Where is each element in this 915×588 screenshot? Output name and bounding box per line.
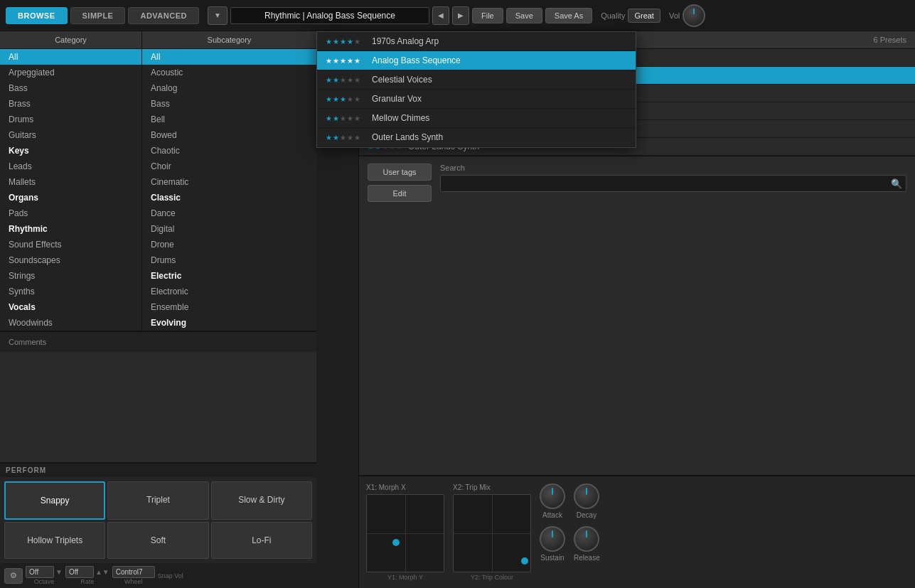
xy-pad-1[interactable] <box>366 494 444 572</box>
perform-btn[interactable]: Slow & Dirty <box>211 481 312 520</box>
tab-browse[interactable]: BROWSE <box>6 7 68 24</box>
subcategory-item[interactable]: Bell <box>142 112 316 127</box>
category-item[interactable]: Pads <box>0 205 141 221</box>
perform-grid: SnappyTripletSlow & DirtyHollow Triplets… <box>0 477 316 563</box>
dropdown-item[interactable]: ★★★★★Granular Vox <box>317 90 636 109</box>
save-btn[interactable]: Save <box>506 8 542 23</box>
category-item[interactable]: Woodwinds <box>0 315 141 331</box>
decay-knob-row: Decay <box>574 483 599 519</box>
subcategory-item[interactable]: Dance <box>142 205 316 221</box>
subcategory-item[interactable]: Chaotic <box>142 143 316 159</box>
category-item[interactable]: Sound Effects <box>0 237 141 252</box>
subcategory-item[interactable]: Ensemble <box>142 299 316 315</box>
category-item[interactable]: Rhythmic <box>0 221 141 237</box>
tab-advanced[interactable]: ADVANCED <box>128 7 199 24</box>
rate-label: Rate <box>80 578 94 585</box>
dropdown-stars: ★★★★★ <box>326 57 360 65</box>
category-item[interactable]: Guitars <box>0 127 141 143</box>
attack-label: Attack <box>542 511 562 519</box>
category-item[interactable]: Synths <box>0 284 141 299</box>
subcategory-item[interactable]: Electronic <box>142 284 316 299</box>
category-item[interactable]: Strings <box>0 268 141 284</box>
snap-label: Snap Vol <box>158 572 183 579</box>
comments-section: Comments <box>0 331 316 352</box>
dropdown-item-name: Analog Bass Sequence <box>372 55 461 65</box>
subcategory-item[interactable]: Analog <box>142 80 316 96</box>
subcategory-item[interactable]: Electric <box>142 268 316 284</box>
preset-nav: ▼ Rhythmic | Analog Bass Sequence ◀ ▶ <box>208 6 469 25</box>
dropdown-arrow-btn[interactable]: ▼ <box>208 6 228 25</box>
dropdown-item[interactable]: ★★★★★Celestial Voices <box>317 70 636 90</box>
sustain-knob[interactable] <box>540 526 565 552</box>
subcategory-item[interactable]: Drone <box>142 237 316 252</box>
tab-simple[interactable]: SIMPLE <box>70 7 126 24</box>
dropdown-item[interactable]: ★★★★★1970s Analog Arp <box>317 32 636 51</box>
dropdown-overlay: ★★★★★1970s Analog Arp★★★★★Analog Bass Se… <box>316 31 636 148</box>
subcategory-item[interactable]: Cinematic <box>142 174 316 190</box>
category-item[interactable]: Vocals <box>0 299 141 315</box>
category-item[interactable]: Leads <box>0 159 141 174</box>
subcategory-item[interactable]: Drums <box>142 252 316 268</box>
category-item[interactable]: Keys <box>0 143 141 159</box>
dropdown-item[interactable]: ★★★★★Analog Bass Sequence <box>317 51 636 70</box>
category-item[interactable]: Bass <box>0 80 141 96</box>
subcategory-col: Subcategory AllAcousticAnalogBassBellBow… <box>142 31 316 331</box>
category-item[interactable]: Soundscapes <box>0 252 141 268</box>
subcategory-item[interactable]: Choir <box>142 159 316 174</box>
gear-btn[interactable]: ⚙ <box>4 568 23 584</box>
rate-select[interactable]: Off <box>65 566 94 578</box>
category-item[interactable]: Brass <box>0 96 141 112</box>
release-label: Release <box>574 554 600 562</box>
subcategory-item[interactable]: Acoustic <box>142 65 316 80</box>
wheel-select[interactable]: Control7 <box>112 566 155 578</box>
dropdown-item[interactable]: ★★★★★Mellow Chimes <box>317 109 636 128</box>
xy1-bottom-label: Y1: Morph Y <box>366 574 444 581</box>
category-item[interactable]: Organs <box>0 190 141 205</box>
perform-btn[interactable]: Soft <box>107 522 208 559</box>
octave-select[interactable]: Off <box>26 566 54 578</box>
perform-bottom: ⚙ Off ▼ Octave Off ▲▼ Rate Contro <box>0 563 316 588</box>
dropdown-item-name: Outer Lands Synth <box>372 132 443 142</box>
category-item[interactable]: Drums <box>0 112 141 127</box>
category-item[interactable]: All <box>0 49 141 65</box>
subcategory-item[interactable]: Classic <box>142 190 316 205</box>
decay-knob[interactable] <box>574 483 599 509</box>
octave-arrow[interactable]: ▼ <box>55 568 63 576</box>
user-tags-btn[interactable]: User tags <box>368 164 432 181</box>
vol-knob[interactable] <box>683 4 705 27</box>
search-input[interactable] <box>440 175 906 192</box>
dropdown-item[interactable]: ★★★★★Outer Lands Synth <box>317 128 636 147</box>
category-item[interactable]: Arpeggiated <box>0 65 141 80</box>
octave-label: Octave <box>34 578 55 585</box>
file-btn[interactable]: File <box>472 8 503 23</box>
subcategory-item[interactable]: Digital <box>142 221 316 237</box>
edit-btn[interactable]: Edit <box>368 185 432 202</box>
comments-label: Comments <box>9 338 46 346</box>
dropdown-stars: ★★★★★ <box>326 76 360 84</box>
xy-pad-1-wrapper: X1: Morph X Y1: Morph Y <box>366 483 444 581</box>
subcategory-item[interactable]: Evolving <box>142 315 316 331</box>
quality-select[interactable]: Great <box>628 9 660 23</box>
save-as-btn[interactable]: Save As <box>545 8 592 23</box>
attack-knob[interactable] <box>540 483 565 509</box>
category-item[interactable]: Mallets <box>0 174 141 190</box>
dropdown-stars: ★★★★★ <box>326 95 360 103</box>
rate-arrow[interactable]: ▲▼ <box>95 568 109 576</box>
subcategory-item[interactable]: Bass <box>142 96 316 112</box>
search-icon[interactable]: 🔍 <box>891 178 902 189</box>
prev-preset-btn[interactable]: ◀ <box>432 6 449 25</box>
perform-btn[interactable]: Triplet <box>107 481 208 520</box>
subcategory-list: AllAcousticAnalogBassBellBowedChaoticCho… <box>142 49 316 331</box>
quality-area: Quality Great <box>601 9 660 23</box>
xy2-dot <box>521 557 528 565</box>
perform-btn[interactable]: Hollow Triplets <box>4 522 105 559</box>
perform-btn[interactable]: Snappy <box>4 481 105 520</box>
xy-pad-2[interactable] <box>453 494 531 572</box>
subcategory-item[interactable]: Bowed <box>142 127 316 143</box>
knobs-top-row: Attack Decay <box>540 483 600 519</box>
wheel-group: Control7 Wheel <box>112 566 155 585</box>
subcategory-item[interactable]: All <box>142 49 316 65</box>
release-knob[interactable] <box>574 526 599 552</box>
perform-btn[interactable]: Lo-Fi <box>211 522 312 559</box>
next-preset-btn[interactable]: ▶ <box>452 6 469 25</box>
